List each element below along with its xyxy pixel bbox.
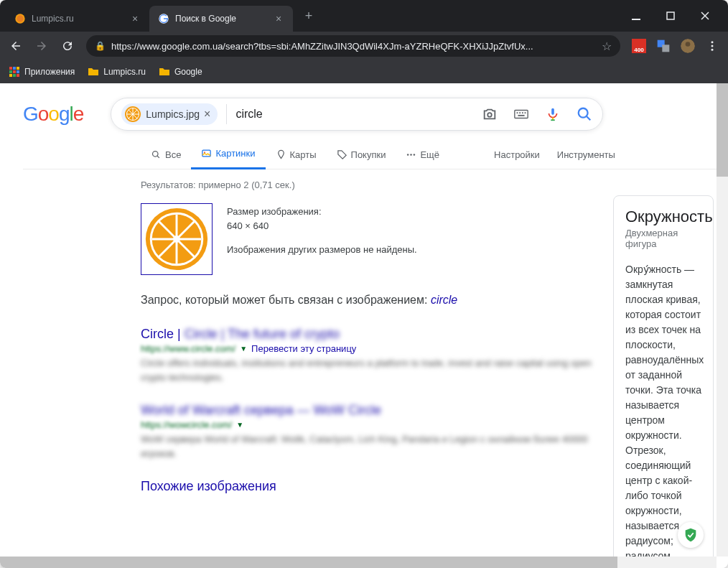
search-small-icon (151, 149, 162, 160)
search-result: World of Warcraft сервера — WoW Circle h… (141, 403, 600, 460)
orange-icon (124, 106, 141, 123)
svg-rect-34 (518, 115, 525, 116)
extension-badge[interactable]: 400 (632, 39, 646, 53)
tab-more[interactable]: Ещё (396, 141, 449, 169)
google-bookmark[interactable]: Google (159, 66, 202, 78)
maximize-button[interactable] (662, 7, 679, 24)
search-input[interactable] (235, 108, 482, 121)
svg-point-11 (711, 49, 714, 51)
translate-link[interactable]: Перевести эту страницу (251, 343, 356, 354)
apps-bookmark[interactable]: Приложения (9, 66, 75, 78)
translate-extension-icon[interactable] (656, 39, 671, 53)
svg-point-46 (414, 154, 416, 156)
content-area: Google Lumpics.jpg × (0, 83, 728, 568)
dropdown-icon[interactable]: ▼ (240, 345, 247, 353)
kp-subtitle: Двухмерная фигура (625, 228, 701, 249)
close-icon[interactable]: × (129, 13, 141, 24)
settings-link[interactable]: Настройки (494, 141, 540, 169)
query-prefix: Запрос, который может быть связан с изоб… (141, 294, 431, 306)
scrollbar-thumb[interactable] (717, 83, 728, 177)
tab-maps[interactable]: Карты (266, 141, 327, 169)
shield-badge[interactable] (678, 522, 704, 548)
star-icon[interactable]: ☆ (602, 39, 612, 53)
vertical-scrollbar[interactable] (717, 83, 728, 557)
url-box[interactable]: 🔒 https://www.google.com.ua/search?tbs=s… (86, 35, 620, 57)
svg-rect-20 (17, 74, 19, 77)
chip-remove-icon[interactable]: × (204, 108, 210, 121)
query-suggestion: Запрос, который может быть связан с изоб… (141, 294, 600, 307)
result-title[interactable]: World of Warcraft сервера — WoW Circle (141, 403, 600, 418)
svg-rect-6 (662, 45, 669, 52)
similar-images-heading[interactable]: Похожие изображения (141, 479, 600, 494)
keyboard-icon[interactable] (513, 106, 529, 122)
menu-button[interactable] (705, 39, 719, 53)
more-icon (406, 149, 416, 160)
shield-icon (683, 527, 699, 543)
search-box[interactable]: Lumpics.jpg × (111, 98, 603, 131)
reload-button[interactable] (60, 39, 75, 53)
tab-images[interactable]: Картинки (191, 139, 265, 169)
close-button[interactable] (696, 7, 714, 24)
mic-icon[interactable] (545, 106, 561, 122)
tab-label: Карты (290, 149, 317, 160)
svg-rect-14 (17, 67, 19, 70)
image-size-value: 640 × 640 (227, 219, 417, 233)
tab-label: Картинки (215, 148, 255, 159)
forward-button[interactable] (34, 39, 49, 53)
browser-tab-lumpics[interactable]: Lumpics.ru × (6, 6, 149, 32)
svg-point-44 (407, 154, 409, 156)
separator (23, 169, 728, 169)
svg-point-8 (686, 42, 691, 47)
svg-point-1 (17, 15, 23, 22)
svg-point-55 (173, 236, 180, 243)
svg-point-38 (579, 108, 588, 118)
close-icon[interactable]: × (273, 13, 284, 24)
divider (226, 104, 227, 124)
tab-all[interactable]: Все (141, 141, 191, 169)
scrollbar-thumb[interactable] (0, 557, 617, 568)
query-term-link[interactable]: circle (431, 294, 457, 306)
svg-rect-33 (525, 112, 526, 113)
camera-icon[interactable] (482, 106, 498, 122)
search-icon[interactable] (577, 106, 592, 122)
bookmark-label: Lumpics.ru (103, 67, 146, 77)
svg-rect-18 (9, 74, 12, 77)
horizontal-scrollbar[interactable] (0, 557, 717, 568)
profile-avatar[interactable] (681, 39, 695, 53)
image-chip[interactable]: Lumpics.jpg × (121, 103, 218, 125)
svg-point-9 (711, 41, 714, 43)
images-icon (201, 148, 212, 159)
folder-icon (88, 66, 99, 78)
svg-line-39 (587, 116, 591, 121)
lock-icon: 🔒 (95, 41, 106, 51)
svg-rect-12 (9, 67, 12, 70)
minimize-button[interactable] (627, 7, 645, 24)
search-result: Circle | Circle | The future of crypto h… (141, 327, 600, 384)
svg-rect-31 (520, 112, 521, 113)
back-button[interactable] (9, 39, 23, 53)
svg-point-45 (411, 154, 413, 156)
svg-rect-4 (667, 12, 674, 19)
source-image-result: Размер изображения: 640 × 640 Изображени… (141, 203, 600, 275)
result-stats: Результатов: примерно 2 (0,71 сек.) (141, 180, 600, 190)
svg-rect-29 (515, 111, 528, 118)
source-image-thumb[interactable] (141, 203, 213, 275)
svg-rect-13 (13, 67, 16, 70)
result-title[interactable]: Circle | Circle | The future of crypto (141, 327, 600, 342)
svg-point-28 (488, 113, 493, 117)
svg-rect-42 (202, 150, 210, 157)
dropdown-icon[interactable]: ▼ (236, 421, 243, 429)
svg-rect-30 (517, 112, 518, 113)
apps-icon (9, 66, 20, 78)
tab-shopping[interactable]: Покупки (327, 141, 396, 169)
new-tab-button[interactable]: + (299, 6, 319, 26)
folder-icon (159, 66, 170, 78)
titlebar: Lumpics.ru × Поиск в Google × + (0, 0, 728, 32)
window-controls (627, 7, 722, 24)
lumpics-bookmark[interactable]: Lumpics.ru (88, 66, 146, 78)
browser-tab-google[interactable]: Поиск в Google × (149, 6, 293, 32)
svg-point-10 (711, 45, 714, 47)
google-logo[interactable]: Google (23, 103, 83, 126)
tools-link[interactable]: Инструменты (557, 141, 615, 169)
result-url: https://wowcircle.com/ (141, 419, 232, 430)
